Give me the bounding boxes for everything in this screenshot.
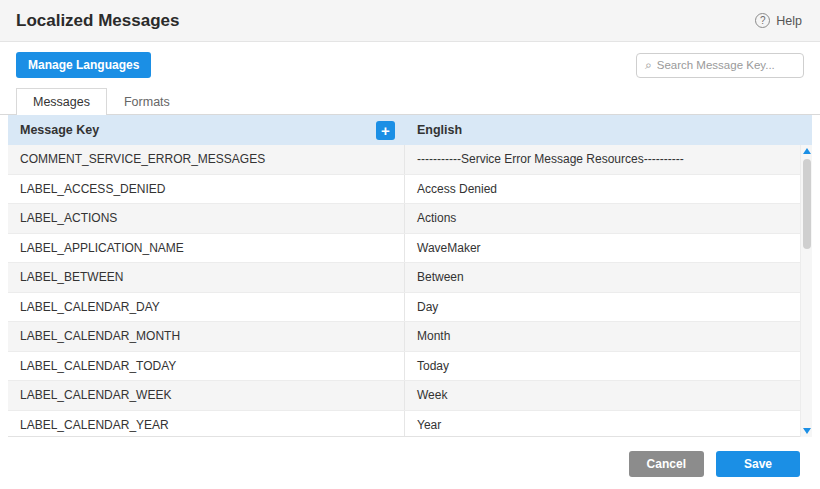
table-row[interactable]: LABEL_CALENDAR_WEEK Week	[8, 381, 800, 411]
help-icon: ?	[755, 13, 770, 28]
search-input[interactable]	[657, 59, 795, 71]
message-value-cell[interactable]: Between	[405, 270, 800, 284]
message-key-cell[interactable]: LABEL_CALENDAR_MONTH	[8, 322, 405, 351]
message-value-cell[interactable]: -----------Service Error Message Resourc…	[405, 152, 800, 166]
scroll-up-icon[interactable]	[803, 148, 811, 154]
toolbar: Manage Languages ⌕	[0, 42, 820, 84]
table-row[interactable]: LABEL_CALENDAR_TODAY Today	[8, 352, 800, 382]
add-message-key-button[interactable]: +	[376, 121, 395, 140]
tab-bar: Messages Formats	[0, 84, 820, 115]
messages-table: Message Key + English COMMENT_SERVICE_ER…	[8, 115, 812, 437]
message-key-cell[interactable]: LABEL_CALENDAR_DAY	[8, 293, 405, 322]
table-row[interactable]: LABEL_CALENDAR_DAY Day	[8, 293, 800, 323]
message-key-cell[interactable]: LABEL_APPLICATION_NAME	[8, 234, 405, 263]
table-body: COMMENT_SERVICE_ERROR_MESSAGES ---------…	[8, 145, 812, 437]
table-rows: COMMENT_SERVICE_ERROR_MESSAGES ---------…	[8, 145, 812, 437]
message-value-cell[interactable]: Year	[405, 418, 800, 432]
table-header-row: Message Key + English	[8, 115, 812, 145]
table-row[interactable]: COMMENT_SERVICE_ERROR_MESSAGES ---------…	[8, 145, 800, 175]
message-value-cell[interactable]: Access Denied	[405, 182, 800, 196]
plus-icon: +	[381, 123, 390, 138]
save-button[interactable]: Save	[716, 451, 800, 477]
message-value-cell[interactable]: WaveMaker	[405, 241, 800, 255]
message-key-column-label: Message Key	[20, 123, 99, 137]
manage-languages-button[interactable]: Manage Languages	[16, 52, 151, 78]
message-value-cell[interactable]: Actions	[405, 211, 800, 225]
english-column-label: English	[417, 123, 462, 137]
page-title: Localized Messages	[16, 11, 179, 31]
message-value-cell[interactable]: Day	[405, 300, 800, 314]
table-row[interactable]: LABEL_BETWEEN Between	[8, 263, 800, 293]
search-icon: ⌕	[645, 59, 652, 71]
dialog-header: Localized Messages ? Help	[0, 0, 820, 42]
search-box[interactable]: ⌕	[636, 53, 804, 78]
table-row[interactable]: LABEL_ACTIONS Actions	[8, 204, 800, 234]
column-header-english: English	[405, 123, 812, 137]
table-row[interactable]: LABEL_CALENDAR_MONTH Month	[8, 322, 800, 352]
column-header-message-key: Message Key +	[8, 121, 405, 140]
tab-messages[interactable]: Messages	[16, 88, 107, 115]
message-key-cell[interactable]: COMMENT_SERVICE_ERROR_MESSAGES	[8, 145, 405, 174]
cancel-button[interactable]: Cancel	[629, 451, 704, 477]
message-key-cell[interactable]: LABEL_CALENDAR_WEEK	[8, 381, 405, 410]
vertical-scrollbar[interactable]	[800, 145, 812, 437]
message-key-cell[interactable]: LABEL_CALENDAR_YEAR	[8, 411, 405, 438]
scroll-down-icon[interactable]	[803, 428, 811, 434]
message-value-cell[interactable]: Today	[405, 359, 800, 373]
dialog-footer: Cancel Save	[0, 437, 820, 477]
message-key-cell[interactable]: LABEL_BETWEEN	[8, 263, 405, 292]
help-button[interactable]: ? Help	[755, 13, 802, 28]
table-row[interactable]: LABEL_APPLICATION_NAME WaveMaker	[8, 234, 800, 264]
scrollbar-thumb[interactable]	[803, 159, 811, 249]
tab-formats[interactable]: Formats	[107, 88, 187, 115]
message-key-cell[interactable]: LABEL_ACCESS_DENIED	[8, 175, 405, 204]
message-value-cell[interactable]: Month	[405, 329, 800, 343]
help-label: Help	[776, 14, 802, 28]
message-key-cell[interactable]: LABEL_ACTIONS	[8, 204, 405, 233]
message-value-cell[interactable]: Week	[405, 388, 800, 402]
message-key-cell[interactable]: LABEL_CALENDAR_TODAY	[8, 352, 405, 381]
table-row[interactable]: LABEL_ACCESS_DENIED Access Denied	[8, 175, 800, 205]
table-row[interactable]: LABEL_CALENDAR_YEAR Year	[8, 411, 800, 438]
